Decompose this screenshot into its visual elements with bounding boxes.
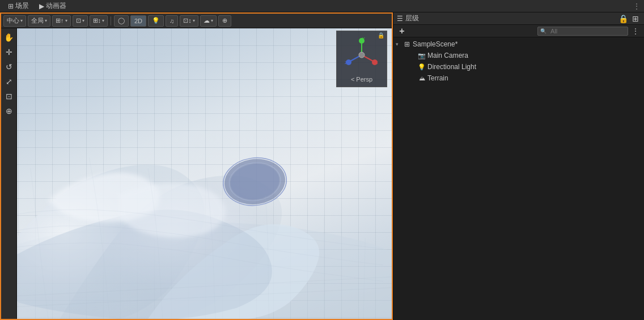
tools-panel: ✋ ✛ ↺ ⤢ ⊡ ⊕ bbox=[1, 28, 17, 319]
sky-dropdown[interactable]: ☁ ▾ bbox=[200, 15, 217, 27]
terrain-svg bbox=[1, 28, 392, 319]
sep1 bbox=[111, 16, 111, 25]
hierarchy-menu-btn[interactable]: ⋮ bbox=[630, 26, 641, 36]
hierarchy-item-main-camera[interactable]: 📷 Main Camera bbox=[393, 50, 644, 61]
snap3-dropdown[interactable]: ⊞↕ ▾ bbox=[90, 15, 108, 27]
2d-btn[interactable]: 2D bbox=[130, 15, 146, 27]
svg-point-17 bbox=[359, 52, 365, 58]
transform-tool[interactable]: ⊕ bbox=[2, 104, 16, 118]
scene-icon: ⊞ bbox=[403, 40, 411, 48]
scene-name: SampleScene* bbox=[413, 40, 457, 48]
rotate-tool[interactable]: ↺ bbox=[2, 60, 16, 74]
view-btn[interactable]: ◯ bbox=[114, 15, 129, 27]
scene-tab-icon: ⊞ bbox=[8, 2, 14, 10]
gizmo-svg[interactable]: Y X Z bbox=[344, 37, 380, 73]
tab-animator[interactable]: ▶ 动画器 bbox=[35, 0, 71, 12]
center-label: 中心 bbox=[7, 16, 19, 25]
hierarchy-item-directional-light[interactable]: 💡 Directional Light bbox=[393, 61, 644, 72]
global-dropdown[interactable]: 全局 ▾ bbox=[28, 15, 50, 27]
snap3-icon: ⊞↕ bbox=[93, 17, 101, 24]
svg-text:X: X bbox=[375, 61, 378, 65]
fx-chevron: ▾ bbox=[193, 18, 195, 23]
scene-viewport: ✋ ✛ ↺ ⤢ ⊡ ⊕ 🔒 Y bbox=[1, 28, 392, 319]
svg-text:Z: Z bbox=[345, 61, 348, 65]
top-bar-left: ⊞ 场景 ▶ 动画器 bbox=[0, 0, 74, 12]
hierarchy-search-input[interactable] bbox=[548, 27, 625, 36]
hand-tool[interactable]: ✋ bbox=[2, 31, 16, 44]
top-bar: ⊞ 场景 ▶ 动画器 ⋮ bbox=[0, 0, 644, 12]
hierarchy-panel: ☰ 层级 🔒 ⊞ + 🔍 ⋮ ▾ ⊞ SampleScene* bbox=[393, 12, 644, 320]
hierarchy-content: ▾ ⊞ SampleScene* 📷 Main Camera 💡 Directi… bbox=[393, 37, 644, 320]
scene-panel: 中心 ▾ 全局 ▾ ⊞↑ ▾ ⊡ ▾ ⊞↕ ▾ ◯ 2D 💡 ♫ bbox=[0, 12, 393, 320]
move-tool[interactable]: ✛ bbox=[2, 45, 16, 59]
light-icon: 💡 bbox=[418, 63, 426, 71]
terrain-label: Terrain bbox=[427, 74, 448, 82]
hierarchy-title: 层级 bbox=[405, 14, 616, 23]
gizmo-widget: 🔒 Y X Z bbox=[336, 31, 387, 87]
gizmo-persp-label[interactable]: < Persp bbox=[351, 76, 372, 83]
snap1-icon: ⊞↑ bbox=[56, 17, 64, 24]
snap2-chevron: ▾ bbox=[82, 18, 84, 23]
center-dropdown[interactable]: 中心 ▾ bbox=[3, 15, 26, 27]
terrain-icon: ⛰ bbox=[418, 74, 426, 82]
hierarchy-toolbar: + 🔍 ⋮ bbox=[393, 25, 644, 37]
sky-icon: ☁ bbox=[204, 17, 210, 24]
light-label: Directional Light bbox=[427, 63, 476, 71]
fx-icon: ⊡↕ bbox=[183, 17, 192, 24]
scene-collapse-arrow: ▾ bbox=[396, 41, 401, 47]
search-icon: 🔍 bbox=[540, 28, 546, 34]
center-chevron: ▾ bbox=[20, 18, 23, 23]
snap3-chevron: ▾ bbox=[102, 18, 104, 23]
snap2-icon: ⊡ bbox=[76, 17, 81, 24]
hierarchy-item-terrain[interactable]: ⛰ Terrain bbox=[393, 72, 644, 84]
global-label: 全局 bbox=[31, 16, 44, 25]
svg-text:Y: Y bbox=[362, 37, 365, 41]
snap1-chevron: ▾ bbox=[65, 18, 67, 23]
camera-label: Main Camera bbox=[427, 52, 468, 59]
light-btn[interactable]: 💡 bbox=[148, 15, 164, 27]
snap1-dropdown[interactable]: ⊞↑ ▾ bbox=[52, 15, 71, 27]
snap2-dropdown[interactable]: ⊡ ▾ bbox=[73, 15, 88, 27]
sky-chevron: ▾ bbox=[211, 18, 213, 23]
tab-scene[interactable]: ⊞ 场景 bbox=[3, 0, 33, 12]
audio-btn[interactable]: ♫ bbox=[166, 15, 178, 27]
animator-tab-icon: ▶ bbox=[39, 2, 44, 10]
scale-tool[interactable]: ⤢ bbox=[2, 75, 16, 88]
topbar-more-icon[interactable]: ⋮ bbox=[633, 2, 641, 11]
hierarchy-add-btn[interactable]: + bbox=[397, 26, 407, 36]
camera-icon: 📷 bbox=[418, 52, 426, 59]
hierarchy-expand-btn[interactable]: ⊞ bbox=[630, 14, 641, 24]
global-chevron: ▾ bbox=[45, 18, 47, 23]
gizmo-inner: Y X Z bbox=[342, 35, 382, 75]
hierarchy-icon: ☰ bbox=[397, 15, 403, 23]
main-area: 中心 ▾ 全局 ▾ ⊞↑ ▾ ⊡ ▾ ⊞↕ ▾ ◯ 2D 💡 ♫ bbox=[0, 12, 644, 320]
hierarchy-header: ☰ 层级 🔒 ⊞ bbox=[393, 12, 644, 25]
rect-tool[interactable]: ⊡ bbox=[2, 89, 16, 103]
animator-tab-label: 动画器 bbox=[46, 1, 66, 11]
fx-dropdown[interactable]: ⊡↕ ▾ bbox=[180, 15, 198, 27]
hierarchy-lock-btn[interactable]: 🔒 bbox=[618, 14, 628, 24]
scene-toolbar: 中心 ▾ 全局 ▾ ⊞↑ ▾ ⊡ ▾ ⊞↕ ▾ ◯ 2D 💡 ♫ bbox=[1, 14, 392, 28]
hierarchy-scene-root[interactable]: ▾ ⊞ SampleScene* bbox=[393, 39, 644, 50]
scene-tab-label: 场景 bbox=[15, 1, 29, 11]
gizmo-btn[interactable]: ⊕ bbox=[218, 15, 231, 27]
